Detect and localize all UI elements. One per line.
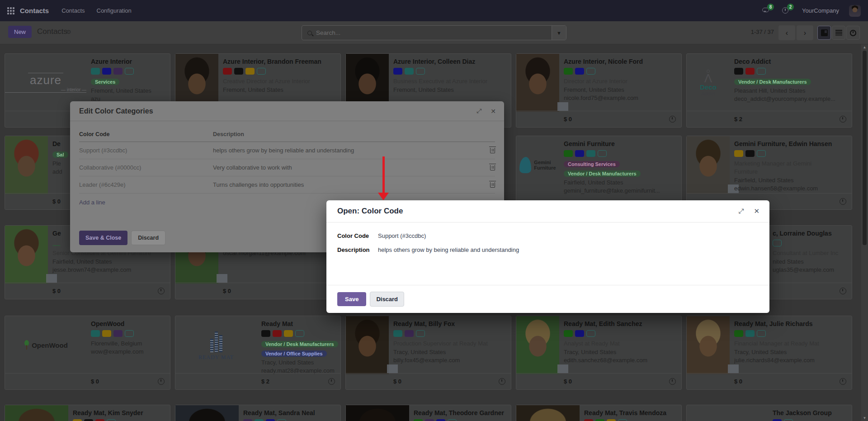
color-dot-navy[interactable] bbox=[436, 419, 445, 421]
activity-clock-icon[interactable] bbox=[840, 378, 846, 385]
expand-icon[interactable]: ⤢ bbox=[476, 107, 481, 115]
color-dot-gold[interactable] bbox=[73, 419, 82, 421]
messages-icon[interactable]: 8 bbox=[762, 6, 772, 15]
color-dot-outline[interactable] bbox=[586, 330, 595, 337]
color-dot-purple[interactable] bbox=[113, 68, 123, 75]
activities-icon[interactable]: 2 bbox=[782, 6, 792, 15]
expand-icon[interactable]: ⤢ bbox=[738, 207, 744, 215]
color-dot-outline[interactable] bbox=[773, 240, 782, 246]
pager-previous-button[interactable]: ‹ bbox=[778, 25, 795, 40]
view-switch-activity[interactable] bbox=[846, 26, 860, 40]
color-dot-outline[interactable] bbox=[257, 68, 266, 75]
table-row[interactable]: Leader (#6c429e) Turns challenges into o… bbox=[79, 176, 495, 194]
menu-configuration[interactable]: Configuration bbox=[97, 7, 132, 14]
opportunities-amount[interactable]: $ 0 bbox=[52, 288, 61, 294]
contact-card[interactable]: READY MATReady MatVendor / Desk Manufact… bbox=[175, 316, 341, 390]
save-and-close-button[interactable]: Save & Close bbox=[79, 231, 127, 245]
scrollbar-thumb[interactable] bbox=[863, 51, 867, 245]
description-field[interactable]: helps others grow by being reliable and … bbox=[378, 246, 519, 253]
color-dot-green[interactable] bbox=[734, 330, 743, 337]
delete-row-icon[interactable] bbox=[490, 148, 495, 153]
opportunities-amount[interactable]: $ 2 bbox=[261, 378, 269, 385]
contact-card[interactable]: The Jackson Group bbox=[686, 405, 852, 421]
color-dot-teal[interactable] bbox=[255, 419, 264, 421]
color-dot-teal[interactable] bbox=[91, 68, 100, 75]
cell-color-code[interactable]: Collaborative (#0000cc) bbox=[79, 164, 213, 171]
scroll-down-icon[interactable]: ▼ bbox=[861, 416, 868, 420]
color-dot-red[interactable] bbox=[273, 330, 282, 337]
color-dot-navy[interactable] bbox=[575, 330, 584, 337]
color-dot-navy[interactable] bbox=[393, 68, 402, 75]
activity-clock-icon[interactable] bbox=[840, 198, 846, 205]
opportunities-amount[interactable]: $ 0 bbox=[564, 116, 572, 123]
gear-icon[interactable]: ⚙ bbox=[66, 28, 71, 35]
breadcrumb[interactable]: Contacts bbox=[37, 27, 67, 36]
color-dot-outline[interactable] bbox=[618, 419, 627, 421]
delete-row-icon[interactable] bbox=[490, 165, 495, 170]
color-dot-purple[interactable] bbox=[113, 330, 123, 337]
opportunities-amount[interactable]: $ 0 bbox=[52, 198, 61, 205]
color-dot-outline[interactable] bbox=[757, 150, 766, 157]
contact-card[interactable]: Ready Mat, Edith SanchezAnalyst at Ready… bbox=[516, 316, 682, 390]
color-dot-gold[interactable] bbox=[245, 68, 255, 75]
color-dot-teal[interactable] bbox=[586, 150, 595, 157]
color-code-field[interactable]: Support (#3ccdbc) bbox=[378, 232, 426, 239]
color-dot-red[interactable] bbox=[95, 419, 104, 421]
color-dot-outline[interactable] bbox=[125, 68, 134, 75]
activity-clock-icon[interactable] bbox=[840, 288, 846, 294]
contact-card[interactable]: Ready Mat, Billy FoxProduction Superviso… bbox=[345, 316, 511, 390]
contact-card[interactable]: OpenWoodOpenWoodFlorenville, Belgiumwow@… bbox=[5, 316, 170, 390]
color-dot-green[interactable] bbox=[564, 150, 573, 157]
pager-next-button[interactable]: › bbox=[797, 25, 813, 40]
color-dot-outline[interactable] bbox=[125, 330, 134, 337]
color-dot-teal[interactable] bbox=[745, 330, 755, 337]
cell-description[interactable]: helps others grow by being reliable and … bbox=[213, 147, 481, 154]
color-dot-gold[interactable] bbox=[607, 419, 616, 421]
menu-contacts[interactable]: Contacts bbox=[61, 7, 85, 14]
opportunities-amount[interactable]: $ 0 bbox=[734, 378, 742, 385]
color-dot-teal[interactable] bbox=[405, 68, 414, 75]
scroll-up-icon[interactable]: ▲ bbox=[861, 45, 868, 49]
contact-card[interactable]: Gemini Furniture, Edwin HansenMarketing … bbox=[686, 136, 852, 210]
activity-clock-icon[interactable] bbox=[158, 378, 165, 385]
activity-clock-icon[interactable] bbox=[669, 378, 676, 385]
color-dot-green[interactable] bbox=[564, 330, 573, 337]
new-button[interactable]: New bbox=[8, 26, 32, 38]
contact-card[interactable]: Ready Mat, Kim Snyder bbox=[5, 405, 170, 421]
color-dot-outline[interactable] bbox=[416, 330, 425, 337]
color-dot-teal[interactable] bbox=[91, 330, 100, 337]
contact-card[interactable]: Ready Mat, Sandra Neal bbox=[175, 405, 341, 421]
contact-card[interactable]: ΛDecoAddictDeco AddictVendor / Desk Manu… bbox=[686, 53, 852, 128]
table-row[interactable]: Support (#3ccdbc) helps others grow by b… bbox=[79, 142, 495, 159]
opportunities-amount[interactable]: $ 0 bbox=[393, 378, 401, 385]
cell-color-code[interactable]: Support (#3ccdbc) bbox=[79, 147, 213, 154]
table-row[interactable]: Collaborative (#0000cc) Very collaborati… bbox=[79, 159, 495, 176]
color-dot-red[interactable] bbox=[584, 419, 593, 421]
color-dot-outline[interactable] bbox=[586, 68, 595, 75]
color-dot-navy[interactable] bbox=[575, 150, 584, 157]
color-dot-black[interactable] bbox=[261, 330, 270, 337]
opportunities-amount[interactable]: $ 0 bbox=[564, 378, 572, 385]
view-switch-kanban[interactable] bbox=[817, 26, 831, 40]
color-dot-black[interactable] bbox=[745, 150, 755, 157]
view-switch-list[interactable] bbox=[832, 26, 845, 40]
color-dot-black[interactable] bbox=[84, 419, 93, 421]
color-dot-green[interactable] bbox=[564, 68, 573, 75]
color-dot-black[interactable] bbox=[234, 68, 243, 75]
vertical-scrollbar[interactable]: ▲ ▼ bbox=[861, 44, 868, 421]
contact-card[interactable]: GeminiFurnitureGemini FurnitureConsultin… bbox=[516, 136, 682, 210]
color-dot-red[interactable] bbox=[745, 68, 755, 75]
color-dot-navy[interactable] bbox=[773, 419, 782, 421]
color-dot-black[interactable] bbox=[734, 68, 743, 75]
color-dot-gold[interactable] bbox=[102, 330, 111, 337]
color-dot-red[interactable] bbox=[223, 68, 232, 75]
opportunities-amount[interactable]: $ 2 bbox=[734, 116, 742, 123]
search-dropdown-toggle[interactable]: ▼ bbox=[552, 26, 566, 40]
contact-card[interactable]: Azure Interior, Nicole FordDirector at A… bbox=[516, 53, 682, 128]
color-dot-outline[interactable] bbox=[448, 419, 457, 421]
color-dot-outline[interactable] bbox=[784, 419, 793, 421]
search-input[interactable] bbox=[316, 29, 552, 36]
color-dot-outline[interactable] bbox=[757, 68, 766, 75]
color-dot-outline[interactable] bbox=[598, 150, 607, 157]
color-dot-outline[interactable] bbox=[757, 330, 766, 337]
